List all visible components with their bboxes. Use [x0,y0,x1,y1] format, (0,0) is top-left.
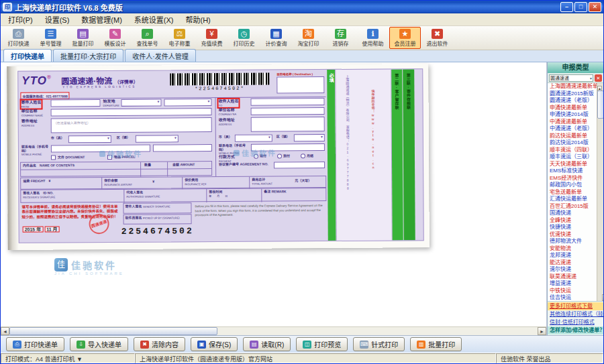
action-button[interactable]: ⌨ 针式打印 [353,337,405,351]
clear-filter-icon[interactable]: ✕ [595,74,602,82]
template-list-item[interactable]: 增益速递 [548,280,597,288]
maximize-button[interactable]: □ [574,2,587,12]
horizontal-scrollbar[interactable] [1,326,546,335]
sender-city-select[interactable] [68,135,111,143]
document-checkbox[interactable] [51,155,56,160]
template-list-item[interactable]: 百世汇通2015版 [548,203,597,210]
toolbar-button[interactable]: ⌕ 查找单号 [132,27,163,49]
template-list-item[interactable]: EMS经济快件 [548,175,597,182]
action-button[interactable]: ⇩ 导入快递单 [70,337,128,351]
action-button-icon: ✖ [140,341,149,349]
menu-item[interactable]: 打印(P) [2,13,39,26]
toolbar-button[interactable]: ⎙ 打印快递 [3,27,34,49]
panel-link[interactable]: 怎样添加/修改快递单？ [548,326,603,335]
panel-link[interactable]: 信封·信纸打印格式 [548,318,603,326]
agreement-input[interactable] [274,162,325,168]
tab[interactable]: 收件人·发件人管理 [125,49,195,62]
template-list-item[interactable]: 龙邦速递 [548,252,597,259]
menu-item[interactable]: 系统设置(X) [128,13,180,26]
scroll-right-icon[interactable] [538,327,546,335]
template-list-item[interactable]: 宅急送最新单 [548,189,597,196]
template-list-item[interactable]: 中铁快运 [548,288,597,295]
action-button[interactable]: ▣ 保存(S) [191,337,238,351]
toolbar-button[interactable]: ⚖ 电子称重 [164,27,195,49]
template-list-item[interactable]: 全峰快递 [548,217,597,225]
template-list-item[interactable]: 安能物流 [548,245,597,253]
menu-item[interactable]: 数据管理(M) [75,13,128,26]
toolbar-button[interactable]: ✖ 退出软件 [421,27,453,49]
menu-item[interactable]: 设置(S) [39,13,76,26]
template-list-item[interactable]: 国通快递 [548,210,597,217]
toolbar-button[interactable]: ★ 会员注册 [389,27,421,49]
template-list-item[interactable]: 韵达快运2014版 [548,139,597,147]
panel-scrollbar-thumb[interactable] [597,90,603,119]
sender-phone2-input[interactable] [153,144,212,152]
recipient-company-input[interactable] [251,107,325,115]
template-list-item[interactable]: EMS标准快递 [548,168,597,175]
action-button[interactable]: ▤ 读取(R) [243,337,291,351]
template-list-item[interactable]: 中通速递（老版） [548,125,597,133]
origin-select[interactable] [121,99,161,107]
action-button[interactable]: ◫ 打印预览 [296,337,348,351]
action-button[interactable]: ⎙ 打印快递单 [6,337,64,351]
template-list-item[interactable]: 申通快递2014版 [548,111,597,119]
template-list-item[interactable]: 德邦物流大件 [548,238,597,245]
template-list-item[interactable]: 佳吉快运 [548,294,597,301]
template-list-item[interactable]: 上海圆通速递最新单 [548,83,597,90]
tab[interactable]: 批量打印·大宗打印 [53,49,123,62]
sender-sign-box[interactable]: 寄件人签名 SENDER SIGNATURE [123,202,191,214]
sender-name-input[interactable] [50,99,100,107]
template-list-item[interactable]: 顺丰速运（四联） [548,147,597,154]
toolbar-button[interactable]: ℹ 使用帮助 [357,27,389,49]
toolbar-button[interactable]: 淘 淘宝打印 [293,27,324,49]
recipient-city-select[interactable] [235,135,272,142]
template-list-item[interactable]: 申通快递最新单 [548,105,597,112]
sender-address-input[interactable]: （在这里输入寄件地址） [51,117,212,133]
recipient-name-input[interactable] [250,98,324,106]
template-list-item[interactable]: 邮政国内小包 [548,182,597,189]
pay-collect-radio[interactable] [277,154,282,158]
panel-link[interactable]: 更多打印格式下载 [548,302,603,310]
close-button[interactable]: ✕ [589,2,601,12]
recipient-district-select[interactable] [294,134,325,141]
tab[interactable]: 打印快递单 [3,49,52,62]
scroll-left-icon[interactable] [1,327,9,335]
template-list-item[interactable]: 韵达快运最新单 [548,133,597,140]
origin-city-select[interactable] [164,99,211,106]
template-filter-dropdown[interactable]: 圆通速递 [549,74,593,82]
scroll-down-icon[interactable] [602,294,603,301]
template-list-item[interactable]: 天天快递最新单 [548,161,597,168]
panel-link[interactable]: 其他连续打印格式（挂号信） [548,310,603,318]
scrollbar-thumb[interactable] [9,327,217,335]
template-list-item[interactable]: 汇通快运最新单 [548,196,597,203]
action-button[interactable]: ✖ 清除内容 [134,337,185,351]
toolbar-button[interactable]: ▤ 批量打印 [67,27,99,49]
template-list-item[interactable]: 顺丰速运（三联） [548,154,597,161]
minimize-button[interactable]: – [560,2,573,12]
toolbar-button[interactable]: ✎ 模板设计 [99,27,131,49]
toolbar-button[interactable]: ◷ 打印历史 [228,27,260,49]
panel-scrollbar[interactable] [597,83,603,301]
sender-company-input[interactable] [51,108,212,116]
sender-district-select[interactable] [136,135,179,142]
template-list-item[interactable]: 速尔快递 [548,266,597,274]
status-print-mode[interactable]: 打印模式：A4 普通打印机 ▼ [1,353,135,363]
template-list-item[interactable]: 能达速递 [548,259,597,267]
menu-item[interactable]: 帮助(H) [180,13,217,26]
template-list-item[interactable]: 联昊通速递 [548,274,597,281]
template-list-item[interactable]: 优速快递 [548,231,597,239]
action-button[interactable]: ▥ 批量打印 [410,337,462,351]
template-list-item[interactable]: 圆通速递2015新版 [548,90,597,98]
recipient-address-input[interactable] [251,117,325,132]
toolbar-button[interactable]: ¥ 充值续费 [196,27,228,49]
toolbar-button[interactable]: ☰ 单号管理 [35,27,66,49]
template-list-item[interactable]: 圆通速递（老版） [548,97,597,105]
template-list-item[interactable]: 快捷快递 [548,224,597,231]
template-list-item[interactable]: 中通速递最新单 [548,119,597,126]
contents-table[interactable]: 内件品名 NAME OF CONTENTS 数量 金额 AMOUNT [20,161,212,177]
toolbar-button[interactable]: 存 进销存 [325,27,356,49]
destination-input[interactable] [276,76,324,93]
pickup-sign-box[interactable]: 取件员签名 PICKED UP BY (SIGNATURE) [123,214,192,225]
toolbar-button[interactable]: ▦ 计价查询 [260,27,292,49]
pay-monthly-radio[interactable] [301,154,305,158]
